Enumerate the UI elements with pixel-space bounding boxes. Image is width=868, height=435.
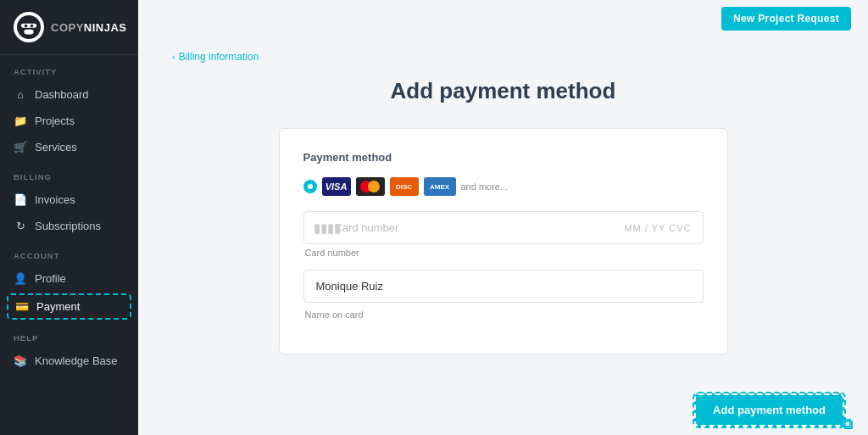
sidebar: COPYNINJAS Activity ⌂ Dashboard 📁 Projec…: [0, 0, 138, 435]
sidebar-item-payment[interactable]: 💳 Payment: [7, 293, 131, 320]
sidebar-item-services[interactable]: 🛒 Services: [0, 134, 138, 160]
svg-rect-4: [24, 30, 33, 35]
subscriptions-icon: ↻: [14, 220, 27, 232]
sidebar-item-projects-label: Projects: [35, 114, 75, 127]
sidebar-item-subscriptions[interactable]: ↻ Subscriptions: [0, 213, 138, 239]
top-bar: New Project Request: [138, 0, 868, 37]
card-number-wrapper: ▮▮▮▮ MM / YY CVC: [303, 211, 704, 244]
sidebar-item-payment-label: Payment: [36, 300, 80, 313]
sidebar-item-profile[interactable]: 👤 Profile: [0, 265, 138, 292]
payment-method-label: Payment method: [303, 151, 704, 164]
payment-logos: VISA DISC AMEX and more...: [303, 177, 704, 196]
breadcrumb[interactable]: ‹ Billing information: [172, 51, 834, 63]
section-activity-label: Activity: [0, 55, 138, 81]
sidebar-item-invoices[interactable]: 📄 Invoices: [0, 187, 138, 213]
name-on-card-label: Name on card: [303, 310, 704, 320]
page-content: ‹ Billing information Add payment method…: [138, 37, 868, 384]
invoices-icon: 📄: [14, 193, 27, 206]
breadcrumb-label: Billing information: [179, 51, 259, 63]
discover-logo: DISC: [390, 177, 419, 196]
sidebar-item-dashboard[interactable]: ⌂ Dashboard: [0, 81, 138, 108]
sidebar-item-projects[interactable]: 📁 Projects: [0, 108, 138, 134]
brand-name: COPYNINJAS: [51, 21, 127, 34]
svg-point-3: [31, 25, 34, 27]
sidebar-item-invoices-label: Invoices: [35, 193, 75, 206]
sidebar-item-knowledge-base[interactable]: 📚 Knowledge Base: [0, 348, 138, 374]
knowledge-base-icon: 📚: [14, 354, 27, 367]
svg-rect-1: [21, 24, 36, 28]
sidebar-item-knowledge-base-label: Knowledge Base: [35, 354, 118, 367]
add-payment-button[interactable]: Add payment method ⧉: [694, 393, 844, 427]
svg-point-2: [25, 25, 28, 27]
sidebar-item-subscriptions-label: Subscriptions: [35, 220, 101, 232]
cursor-icon: ⧉: [842, 415, 853, 433]
payment-form-card: Payment method VISA DISC AMEX and more..…: [279, 128, 728, 354]
payment-icon: 💳: [15, 300, 29, 313]
add-payment-button-label: Add payment method: [713, 404, 826, 416]
payment-radio[interactable]: [303, 180, 317, 193]
sidebar-item-profile-label: Profile: [35, 272, 66, 285]
and-more-text: and more...: [461, 181, 509, 192]
new-project-button[interactable]: New Project Request: [721, 7, 851, 31]
sidebar-item-services-label: Services: [35, 141, 77, 153]
cart-icon: 🛒: [14, 141, 27, 153]
section-account-label: Account: [0, 239, 138, 265]
section-help-label: Help: [0, 321, 138, 348]
card-number-label: Card number: [303, 248, 704, 258]
home-icon: ⌂: [14, 88, 27, 101]
logo-icon: [14, 12, 44, 42]
card-hint-text: MM / YY CVC: [624, 223, 691, 233]
section-billing-label: Billing: [0, 160, 138, 187]
projects-icon: 📁: [14, 114, 27, 127]
brand-logo: COPYNINJAS: [0, 0, 138, 55]
bottom-bar: Add payment method ⧉: [138, 384, 868, 435]
visa-logo: VISA: [322, 177, 351, 196]
mastercard-logo: [356, 177, 385, 196]
name-on-card-input[interactable]: [303, 270, 704, 303]
amex-logo: AMEX: [424, 177, 456, 196]
card-number-icon: ▮▮▮▮: [314, 220, 341, 236]
main-content: New Project Request ‹ Billing informatio…: [138, 0, 868, 435]
profile-icon: 👤: [14, 272, 27, 285]
sidebar-item-dashboard-label: Dashboard: [35, 88, 89, 101]
page-title: Add payment method: [172, 78, 834, 104]
breadcrumb-chevron: ‹: [172, 52, 175, 62]
